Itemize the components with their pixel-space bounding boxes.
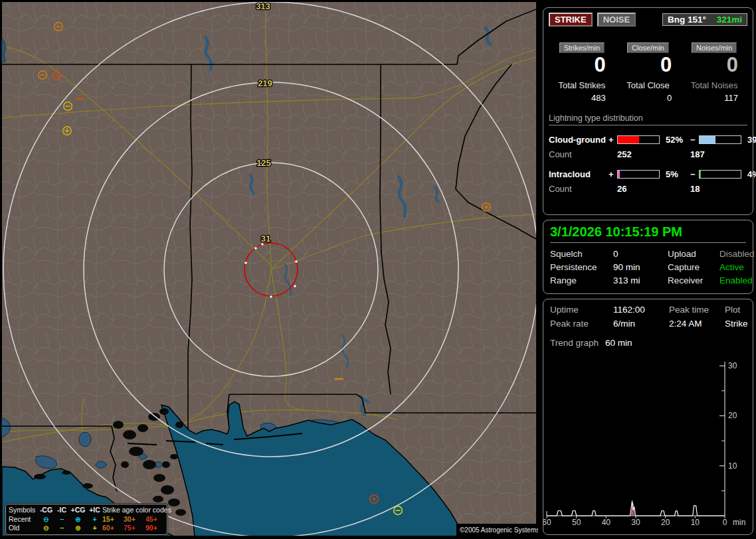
total-close-value: 0: [615, 93, 682, 103]
legend-age-30+: 30+: [124, 515, 145, 524]
close-per-min-column: Close/min 0 Total Close 0: [615, 42, 682, 103]
ic-plus-count: 26: [617, 184, 690, 194]
datetime-display: 3/1/2026 10:15:19 PM: [550, 224, 746, 243]
ic-minus-pct: 4%: [744, 169, 756, 179]
legend-header: Symbols: [9, 506, 38, 515]
status-label: Upload: [668, 249, 719, 259]
ic-plus-pct: 5%: [662, 169, 690, 179]
intracloud-row: Intracloud + 5% − 4%: [549, 167, 747, 181]
strike-panel: STRIKE NOISE Bng 151° 321mi Strikes/min …: [543, 7, 753, 215]
cg-plus-bar: [617, 135, 660, 144]
ic-plus-bar: [617, 170, 660, 179]
total-strikes-label: Total Strikes: [549, 80, 615, 90]
trend-chart: 1020306050403020100min: [543, 358, 753, 534]
plus-sign: +: [609, 135, 617, 145]
status-label: Squelch: [550, 249, 613, 259]
y-tick-20: 20: [728, 411, 737, 420]
x-tick-10: 10: [691, 518, 700, 527]
minus-sign: −: [690, 169, 699, 179]
y-tick-30: 30: [728, 361, 737, 370]
app-window: 313 219 125 31 ©2005 Astrogenic Systems …: [0, 0, 756, 539]
map-copyright: ©2005 Astrogenic Systems: [456, 524, 538, 536]
strikes-per-min-chip: Strikes/min: [559, 42, 605, 53]
legend-age-60+: 60+: [102, 524, 124, 533]
minus-sign: −: [690, 135, 699, 145]
peak-time-label: Peak time: [669, 305, 725, 315]
svg-text:©2005 Astrogenic Systems: ©2005 Astrogenic Systems: [460, 526, 538, 534]
legend-column-+CG: +CG: [69, 506, 87, 515]
peak-time-value: 2:24 AM: [669, 319, 725, 329]
intracloud-label: Intracloud: [549, 169, 609, 179]
legend-column-+IC: +IC: [87, 506, 102, 515]
legend-symbol-+CG: ⊕: [69, 515, 87, 524]
status-label: Receiver: [668, 275, 719, 285]
trend-graph-label: Trend graph: [550, 338, 599, 348]
stats-grid: Uptime 1162:00 Peak time Plot Peak rate …: [550, 305, 746, 329]
bearing-readout: Bng 151° 321mi: [662, 13, 747, 26]
legend-age-45+: 45+: [145, 515, 167, 524]
bearing-range: 321mi: [717, 15, 742, 25]
trend-window-value: 60 min: [605, 338, 632, 348]
status-value: 0: [613, 249, 668, 259]
trend-series-total-strikes: [547, 501, 725, 516]
noises-per-min-chip: Noises/min: [692, 42, 737, 53]
legend-symbol--CG: ⊖: [38, 524, 54, 533]
x-tick-30: 30: [631, 518, 640, 527]
x-tick-60: 60: [543, 518, 551, 527]
legend-row-label: Recent: [9, 515, 38, 524]
distribution-heading: Lightning type distribution: [549, 114, 747, 125]
cg-minus-bar: [699, 135, 741, 144]
legend-symbol--CG: ⊖: [38, 515, 54, 524]
strikes-per-min-column: Strikes/min 0 Total Strikes 483: [549, 42, 615, 103]
cloud-ground-count-row: Count 252 187: [549, 147, 747, 161]
ic-minus-count: 18: [690, 184, 747, 194]
legend-age-header: Strike age color codes: [102, 506, 167, 515]
peak-rate-value: 6/min: [613, 319, 669, 329]
legend-symbol-+CG: ⊕: [69, 524, 87, 533]
noise-button[interactable]: NOISE: [597, 13, 636, 27]
uptime-value: 1162:00: [613, 305, 669, 315]
status-label: Persistence: [550, 262, 613, 272]
intracloud-count-row: Count 26 18: [549, 181, 747, 196]
plot-value: Strike: [725, 319, 748, 329]
cg-minus-count: 187: [690, 149, 747, 159]
y-tick-10: 10: [728, 461, 737, 471]
close-per-min-value: 0: [615, 54, 682, 76]
status-value: Enabled: [719, 275, 755, 285]
legend-symbol--IC: −: [54, 524, 69, 533]
status-grid: Squelch0UploadDisabledPersistence90 minC…: [550, 249, 746, 285]
ring-label-125: 125: [256, 158, 271, 168]
ring-label-31: 31: [261, 234, 270, 244]
close-per-min-chip: Close/min: [627, 42, 669, 53]
x-tick-50: 50: [572, 518, 581, 527]
peak-rate-label: Peak rate: [550, 319, 613, 329]
legend-age-90+: 90+: [145, 524, 167, 533]
strike-button[interactable]: STRIKE: [549, 13, 593, 27]
legend-row-label: Old: [9, 524, 38, 533]
status-panel: 3/1/2026 10:15:19 PM Squelch0UploadDisab…: [543, 220, 753, 294]
total-strikes-value: 483: [549, 93, 615, 103]
legend-symbol--IC: −: [54, 515, 69, 524]
count-label: Count: [549, 149, 617, 159]
legend-age-75+: 75+: [124, 524, 145, 533]
x-tick-40: 40: [602, 518, 611, 527]
status-label: Capture: [668, 262, 719, 272]
strikes-per-min-value: 0: [549, 54, 615, 76]
status-label: Range: [550, 275, 613, 285]
legend-column--IC: -IC: [54, 506, 69, 515]
ic-minus-bar: [699, 170, 741, 179]
noises-per-min-column: Noises/min 0 Total Noises 117: [681, 42, 747, 103]
x-axis-unit: min: [733, 518, 745, 527]
bearing-label: Bng 151°: [668, 15, 706, 25]
stats-trend-panel: Uptime 1162:00 Peak time Plot Peak rate …: [543, 299, 753, 535]
status-value: Active: [719, 262, 755, 272]
ring-label-219: 219: [258, 78, 272, 88]
plus-sign: +: [609, 169, 617, 179]
status-value: 90 min: [613, 262, 668, 272]
legend-column--CG: -CG: [38, 506, 54, 515]
legend-symbol-+IC: +: [87, 524, 102, 533]
cloud-ground-row: Cloud-ground + 52% − 39%: [549, 132, 747, 147]
cg-plus-count: 252: [617, 149, 690, 159]
cg-plus-pct: 52%: [662, 135, 690, 145]
lightning-map[interactable]: 313 219 125 31 ©2005 Astrogenic Systems: [0, 0, 538, 539]
